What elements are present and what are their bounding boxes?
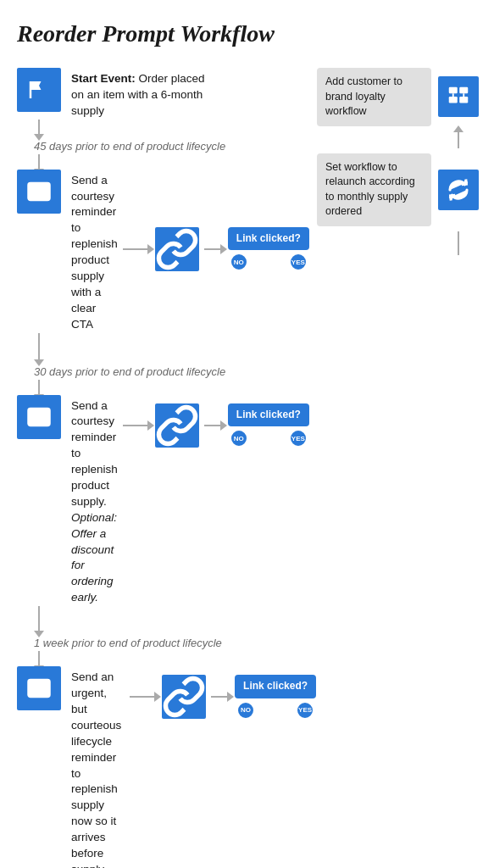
step1-link-icon xyxy=(155,227,199,271)
step2-decision: Link clicked? NO YES xyxy=(228,403,309,448)
step2-no-badge: NO xyxy=(230,429,248,448)
step2-email-icon xyxy=(17,395,61,439)
left-flow: Start Event: Order placed on an item wit… xyxy=(17,68,271,868)
svg-rect-2 xyxy=(449,97,458,103)
step3-decision-label: Link clicked? xyxy=(235,675,316,698)
svg-rect-0 xyxy=(449,87,458,94)
start-event-icon xyxy=(17,68,61,112)
step1-no-badge: NO xyxy=(230,253,248,271)
refresh-icon-box xyxy=(438,170,479,210)
svg-rect-1 xyxy=(459,87,468,94)
set-workflow-box: Set workflow to relaunch according to mo… xyxy=(317,153,431,226)
svg-rect-3 xyxy=(459,97,468,103)
step2-text: Send a courtesy reminder to replenish pr… xyxy=(71,395,118,607)
step3-no-badge: NO xyxy=(236,701,255,720)
step2-row: Send a courtesy reminder to replenish pr… xyxy=(17,395,271,607)
step3-row: Send an urgent, but courteous lifecycle … xyxy=(17,666,271,868)
page-title: Reorder Prompt Workflow xyxy=(17,20,477,47)
step2-link-icon xyxy=(155,403,199,448)
step3-link-icon xyxy=(162,675,206,719)
start-event-row: Start Event: Order placed on an item wit… xyxy=(17,68,271,120)
step2-yes-badge: YES xyxy=(289,429,308,448)
start-event-text: Start Event: Order placed on an item wit… xyxy=(71,68,219,120)
loyalty-workflow-icon xyxy=(438,76,479,117)
step1-text: Send a courtesy reminder to replenish pr… xyxy=(71,170,118,333)
step1-email-icon xyxy=(17,170,61,214)
workflow-diagram: Add customer to brand loyalty workflow S… xyxy=(17,68,479,868)
step3-text: Send an urgent, but courteous lifecycle … xyxy=(71,666,125,868)
timing-label-1: 45 days prior to end of product lifecycl… xyxy=(34,135,225,154)
step1-decision: Link clicked? NO YES xyxy=(228,227,309,272)
step1-row: Send a courtesy reminder to replenish pr… xyxy=(17,170,271,333)
timing-label-3: 1 week prior to end of product lifecycle xyxy=(34,632,222,651)
step2-decision-label: Link clicked? xyxy=(228,403,309,427)
step1-decision-label: Link clicked? xyxy=(228,227,309,251)
step1-yes-badge: YES xyxy=(289,253,308,271)
step3-decision: Link clicked? NO YES xyxy=(235,675,316,720)
step3-yes-badge: YES xyxy=(296,701,314,720)
step3-email-icon xyxy=(17,666,61,710)
timing-label-2: 30 days prior to end of product lifecycl… xyxy=(34,360,225,380)
start-event-step: Start Event: Order placed on an item wit… xyxy=(17,68,219,120)
add-loyalty-box: Add customer to brand loyalty workflow xyxy=(317,68,431,126)
